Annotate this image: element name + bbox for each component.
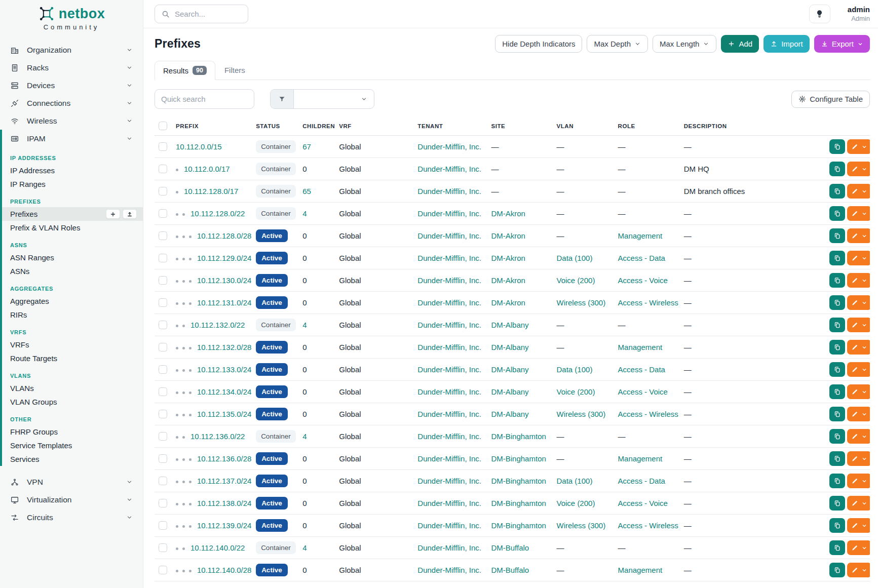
site-link[interactable]: DM-Binghamton xyxy=(491,432,546,441)
role-link[interactable]: Access - Voice xyxy=(618,499,668,507)
edit-button[interactable] xyxy=(847,139,870,154)
tenant-link[interactable]: Dunder-Mifflin, Inc. xyxy=(417,321,481,329)
role-link[interactable]: Access - Data xyxy=(618,477,665,485)
sidebar-group-vpn[interactable]: VPN xyxy=(0,473,143,491)
clone-button[interactable] xyxy=(829,340,845,355)
vlan-link[interactable]: Wireless (300) xyxy=(557,298,606,307)
tenant-link[interactable]: Dunder-Mifflin, Inc. xyxy=(417,432,481,441)
tenant-link[interactable]: Dunder-Mifflin, Inc. xyxy=(417,298,481,307)
site-link[interactable]: DM-Akron xyxy=(491,298,525,307)
sidebar-group-virtualization[interactable]: Virtualization xyxy=(0,491,143,508)
export-dropdown-button[interactable]: Export xyxy=(814,35,870,53)
tenant-link[interactable]: Dunder-Mifflin, Inc. xyxy=(417,209,481,218)
sidebar-group-circuits[interactable]: Circuits xyxy=(0,508,143,526)
clone-button[interactable] xyxy=(829,273,845,288)
max-length-dropdown[interactable]: Max Length xyxy=(653,35,716,53)
saved-filter-select[interactable] xyxy=(294,90,374,108)
filter-funnel-button[interactable] xyxy=(271,90,294,108)
import-button[interactable]: Import xyxy=(764,35,810,53)
vlan-link[interactable]: Voice (200) xyxy=(557,387,595,396)
clone-button[interactable] xyxy=(829,429,845,444)
clone-button[interactable] xyxy=(829,407,845,421)
sidebar-item-vlan-groups[interactable]: VLAN Groups xyxy=(2,395,143,409)
clone-button[interactable] xyxy=(829,318,845,332)
edit-button[interactable] xyxy=(847,206,870,221)
row-checkbox[interactable] xyxy=(159,231,167,240)
sidebar-item-prefix-vlan-roles[interactable]: Prefix & VLAN Roles xyxy=(2,221,143,234)
prefix-link[interactable]: 10.112.128.0/28 xyxy=(197,231,251,240)
site-link[interactable]: DM-Akron xyxy=(491,254,525,262)
prefix-link[interactable]: 10.112.136.0/22 xyxy=(190,432,245,441)
site-link[interactable]: DM-Buffalo xyxy=(491,543,529,552)
row-checkbox[interactable] xyxy=(159,365,167,374)
sidebar-item-ip-ranges[interactable]: IP Ranges xyxy=(2,177,143,191)
prefix-link[interactable]: 10.112.140.0/22 xyxy=(190,543,245,552)
clone-button[interactable] xyxy=(829,563,845,577)
children-count-link[interactable]: 4 xyxy=(302,543,307,552)
edit-button[interactable] xyxy=(847,184,870,199)
prefix-link[interactable]: 10.112.129.0/24 xyxy=(197,254,251,262)
prefix-link[interactable]: 10.112.136.0/28 xyxy=(197,454,251,463)
edit-button[interactable] xyxy=(847,563,870,577)
row-checkbox[interactable] xyxy=(159,454,167,463)
add-button[interactable]: Add xyxy=(721,35,759,53)
edit-button[interactable] xyxy=(847,273,870,288)
tab-results[interactable]: Results 90 xyxy=(155,61,215,80)
prefix-link[interactable]: 10.112.135.0/24 xyxy=(197,410,251,418)
children-count-link[interactable]: 67 xyxy=(302,142,311,151)
site-link[interactable]: DM-Albany xyxy=(491,321,528,329)
site-link[interactable]: DM-Binghamton xyxy=(491,454,546,463)
sidebar-group-organization[interactable]: Organization xyxy=(0,41,143,59)
global-search[interactable] xyxy=(155,5,248,23)
row-checkbox[interactable] xyxy=(159,543,167,552)
sidebar-item-ip-addresses[interactable]: IP Addresses xyxy=(2,164,143,177)
max-depth-dropdown[interactable]: Max Depth xyxy=(587,35,648,53)
configure-table-button[interactable]: Configure Table xyxy=(791,91,870,108)
row-checkbox[interactable] xyxy=(159,254,167,262)
column-header-tenant[interactable]: TENANT xyxy=(413,116,487,136)
row-checkbox[interactable] xyxy=(159,165,167,173)
role-link[interactable]: Management xyxy=(618,454,663,463)
vlan-link[interactable]: Data (100) xyxy=(557,365,593,374)
quick-import-button[interactable] xyxy=(123,209,137,219)
edit-button[interactable] xyxy=(847,228,870,243)
site-link[interactable]: DM-Akron xyxy=(491,209,525,218)
site-link[interactable]: DM-Binghamton xyxy=(491,477,546,485)
row-checkbox[interactable] xyxy=(159,276,167,285)
column-header-vrf[interactable]: VRF xyxy=(335,116,413,136)
clone-button[interactable] xyxy=(829,184,845,199)
column-header-site[interactable]: SITE xyxy=(487,116,552,136)
vlan-link[interactable]: Data (100) xyxy=(557,477,593,485)
column-header-vlan[interactable]: VLAN xyxy=(553,116,614,136)
select-all-checkbox[interactable] xyxy=(159,122,167,130)
prefix-link[interactable]: 10.112.131.0/24 xyxy=(197,298,251,307)
sidebar-item-services[interactable]: Services xyxy=(2,452,143,466)
sidebar-item-asn-ranges[interactable]: ASN Ranges xyxy=(2,251,143,264)
search-input[interactable] xyxy=(175,10,231,18)
sidebar-item-route-targets[interactable]: Route Targets xyxy=(2,351,143,365)
edit-button[interactable] xyxy=(847,496,870,511)
row-checkbox[interactable] xyxy=(159,321,167,329)
tenant-link[interactable]: Dunder-Mifflin, Inc. xyxy=(417,499,481,507)
edit-button[interactable] xyxy=(847,407,870,421)
role-link[interactable]: Access - Voice xyxy=(618,276,668,285)
edit-button[interactable] xyxy=(847,474,870,488)
sidebar-item-vrfs[interactable]: VRFs xyxy=(2,338,143,351)
edit-button[interactable] xyxy=(847,451,870,466)
prefix-link[interactable]: 10.112.130.0/24 xyxy=(197,276,251,285)
column-header-role[interactable]: ROLE xyxy=(614,116,680,136)
user-menu[interactable]: admin Admin xyxy=(848,5,870,23)
role-link[interactable]: Access - Wireless xyxy=(618,298,678,307)
tenant-link[interactable]: Dunder-Mifflin, Inc. xyxy=(417,365,481,374)
clone-button[interactable] xyxy=(829,162,845,176)
vlan-link[interactable]: Wireless (300) xyxy=(557,521,606,530)
clone-button[interactable] xyxy=(829,295,845,310)
theme-toggle-button[interactable] xyxy=(809,5,830,23)
sidebar-item-fhrp-groups[interactable]: FHRP Groups xyxy=(2,425,143,439)
sidebar-group-ipam[interactable]: IPAM xyxy=(2,130,143,147)
tenant-link[interactable]: Dunder-Mifflin, Inc. xyxy=(417,543,481,552)
site-link[interactable]: DM-Akron xyxy=(491,276,525,285)
edit-button[interactable] xyxy=(847,518,870,533)
tenant-link[interactable]: Dunder-Mifflin, Inc. xyxy=(417,276,481,285)
edit-button[interactable] xyxy=(847,251,870,265)
